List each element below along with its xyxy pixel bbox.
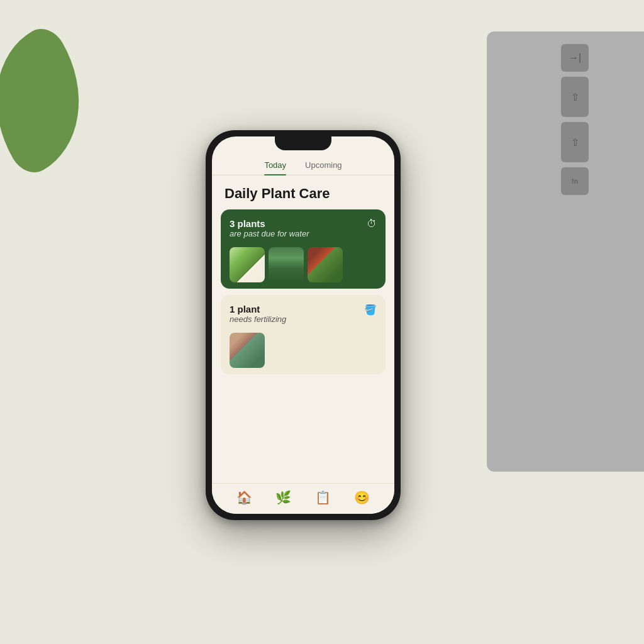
water-plant-thumb-2[interactable]	[269, 247, 304, 282]
screen-content: Today Upcoming Daily Plant Care 3 plants…	[212, 136, 394, 514]
fertilize-card-header: 1 plant needs fertilizing 🪣	[230, 304, 377, 330]
laptop-key-fn: fn	[561, 167, 589, 195]
fertilize-icon: 🪣	[364, 304, 377, 316]
fertilize-card-description: needs fertilizing	[230, 314, 286, 324]
nav-schedule[interactable]: 📋	[315, 490, 331, 505]
water-plant-count: 3 plants	[230, 218, 309, 229]
fertilize-plant-count: 1 plant	[230, 304, 286, 314]
nav-plants[interactable]: 🌿	[275, 490, 291, 505]
phone-body: Today Upcoming Daily Plant Care 3 plants…	[206, 130, 401, 520]
care-cards: 3 plants are past due for water ⏱	[212, 209, 394, 483]
laptop-key-shift-2: ⇧	[561, 122, 589, 162]
nav-home[interactable]: 🏠	[236, 490, 252, 505]
profile-icon: 😊	[354, 490, 370, 505]
laptop-background: →| ⇧ ⇧ fn	[487, 31, 644, 472]
water-card-header: 3 plants are past due for water ⏱	[230, 218, 377, 245]
water-plant-thumbnails	[230, 247, 377, 282]
fertilize-plant-thumb-1[interactable]	[230, 333, 265, 368]
leaf-icon: 🌿	[275, 490, 291, 505]
water-card[interactable]: 3 plants are past due for water ⏱	[221, 209, 386, 289]
water-timer-icon: ⏱	[367, 218, 377, 230]
plant-leaf-decoration	[0, 38, 101, 176]
water-plant-thumb-3[interactable]	[308, 247, 343, 282]
home-icon: 🏠	[236, 490, 252, 505]
schedule-icon: 📋	[315, 490, 331, 505]
phone-screen: Today Upcoming Daily Plant Care 3 plants…	[212, 136, 394, 514]
fertilize-plant-thumbnails	[230, 333, 377, 368]
laptop-key-tab: →|	[561, 44, 589, 72]
water-card-description: are past due for water	[230, 229, 309, 238]
water-plant-thumb-1[interactable]	[230, 247, 265, 282]
nav-profile[interactable]: 😊	[354, 490, 370, 505]
tab-today[interactable]: Today	[264, 160, 286, 175]
bottom-nav: 🏠 🌿 📋 😊	[212, 483, 394, 514]
phone-device: Today Upcoming Daily Plant Care 3 plants…	[206, 130, 401, 520]
laptop-key-shift-1: ⇧	[561, 77, 589, 117]
phone-notch	[275, 136, 331, 150]
page-title: Daily Plant Care	[212, 175, 394, 209]
fertilize-card[interactable]: 1 plant needs fertilizing 🪣	[221, 295, 386, 374]
tab-upcoming[interactable]: Upcoming	[305, 160, 342, 175]
tab-bar: Today Upcoming	[212, 155, 394, 175]
